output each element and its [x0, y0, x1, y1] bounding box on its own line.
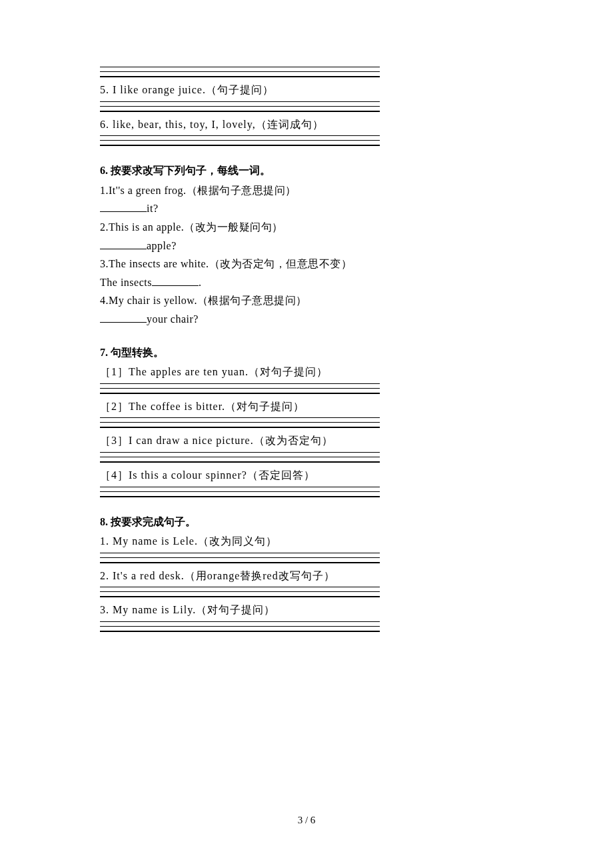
answer-lines — [100, 553, 513, 563]
answer-lines — [100, 452, 513, 463]
fill-blank[interactable] — [100, 239, 147, 249]
blank-line — [100, 631, 380, 632]
blank-line — [100, 101, 380, 102]
blank-line — [100, 388, 380, 389]
blank-line — [100, 71, 380, 72]
text-tail: . — [199, 277, 202, 288]
blank-line — [100, 67, 380, 67]
section-6-q4: 4.My chair is yellow.（根据句子意思提问） — [100, 292, 513, 309]
section-7-header: 7. 句型转换。 — [100, 344, 513, 361]
section-6-q1: 1.It''s a green frog.（根据句子意思提问） — [100, 182, 513, 199]
question-6: 6. like, bear, this, toy, I, lovely,（连词成… — [100, 116, 513, 133]
answer-lines — [100, 67, 513, 77]
section-6-q4-answer: your chair? — [100, 311, 513, 328]
blank-line — [100, 427, 380, 428]
answer-lines — [100, 487, 513, 497]
blank-line — [100, 422, 380, 423]
section-7-q4: ［4］Is this a colour spinner?（否定回答） — [100, 467, 513, 484]
text-tail: apple? — [147, 240, 177, 251]
blank-line — [100, 461, 380, 463]
blank-line — [100, 383, 380, 384]
blank-line — [100, 496, 380, 497]
section-7-q3: ［3］I can draw a nice picture.（改为否定句） — [100, 432, 513, 449]
blank-line — [100, 621, 380, 622]
blank-line — [100, 626, 380, 627]
blank-line — [100, 417, 380, 418]
question-5: 5. I like orange juice.（句子提问） — [100, 81, 513, 99]
section-8-q3: 3. My name is Lily.（对句子提问） — [100, 601, 513, 619]
blank-line — [100, 145, 380, 146]
blank-line — [100, 587, 380, 587]
blank-line — [100, 491, 380, 492]
section-8-q1: 1. My name is Lele.（改为同义句） — [100, 533, 513, 550]
blank-line — [100, 393, 380, 394]
blank-line — [100, 457, 380, 457]
section-6-q3: 3.The insects are white.（改为否定句，但意思不变） — [100, 255, 513, 273]
text-tail: it? — [147, 203, 159, 214]
text-pre: The insects — [100, 277, 152, 288]
blank-line — [100, 562, 380, 563]
answer-lines — [100, 621, 513, 632]
section-8-header: 8. 按要求完成句子。 — [100, 513, 513, 531]
section-6-q1-answer: it? — [100, 200, 513, 217]
section-7-q2: ［2］The coffee is bitter.（对句子提问） — [100, 398, 513, 415]
fill-blank[interactable] — [152, 275, 199, 286]
blank-line — [100, 487, 380, 487]
answer-lines — [100, 101, 513, 112]
section-6-q2: 2.This is an apple.（改为一般疑问句） — [100, 219, 513, 236]
answer-lines — [100, 587, 513, 597]
blank-line — [100, 591, 380, 592]
blank-line — [100, 452, 380, 453]
section-6-q2-answer: apple? — [100, 237, 513, 255]
blank-line — [100, 106, 380, 107]
section-7-q1: ［1］The apples are ten yuan.（对句子提问） — [100, 363, 513, 381]
blank-line — [100, 135, 380, 136]
section-6-q3-answer: The insects. — [100, 274, 513, 291]
answer-lines — [100, 383, 513, 394]
section-8-q2: 2. It's a red desk.（用orange替换red改写句子） — [100, 567, 513, 585]
blank-line — [100, 140, 380, 141]
text-tail: your chair? — [147, 313, 199, 325]
answer-lines — [100, 417, 513, 428]
blank-line — [100, 596, 380, 597]
blank-line — [100, 76, 380, 77]
blank-line — [100, 553, 380, 553]
fill-blank[interactable] — [100, 312, 147, 323]
blank-line — [100, 557, 380, 558]
page-number: 3 / 6 — [0, 812, 613, 828]
fill-blank[interactable] — [100, 201, 147, 212]
answer-lines — [100, 135, 513, 146]
blank-line — [100, 111, 380, 112]
section-6-header: 6. 按要求改写下列句子，每线一词。 — [100, 162, 513, 179]
